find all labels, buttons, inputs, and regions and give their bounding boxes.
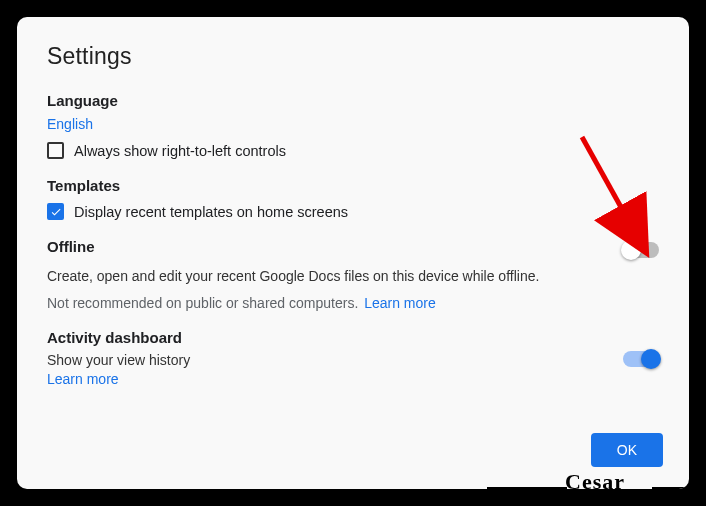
- activity-section: Activity dashboard Show your view histor…: [47, 329, 659, 388]
- offline-desc: Create, open and edit your recent Google…: [47, 267, 659, 287]
- settings-dialog: Settings Language English Always show ri…: [17, 17, 689, 489]
- templates-section: Templates Display recent templates on ho…: [47, 177, 659, 220]
- rtl-checkbox[interactable]: [47, 142, 64, 159]
- dialog-title: Settings: [47, 43, 659, 70]
- offline-warning: Not recommended on public or shared comp…: [47, 295, 358, 311]
- activity-heading: Activity dashboard: [47, 329, 190, 346]
- offline-learn-more-link[interactable]: Learn more: [364, 295, 436, 311]
- activity-toggle[interactable]: [623, 351, 659, 367]
- offline-section: Offline Create, open and edit your recen…: [47, 238, 659, 311]
- offline-heading: Offline: [47, 238, 95, 255]
- language-value-link[interactable]: English: [47, 116, 93, 132]
- toggle-knob: [641, 349, 661, 369]
- offline-warning-row: Not recommended on public or shared comp…: [47, 295, 659, 311]
- rtl-row[interactable]: Always show right-to-left controls: [47, 142, 659, 159]
- activity-desc: Show your view history: [47, 352, 190, 368]
- templates-row[interactable]: Display recent templates on home screens: [47, 203, 659, 220]
- templates-checkbox[interactable]: [47, 203, 64, 220]
- language-section: Language English Always show right-to-le…: [47, 92, 659, 159]
- ok-button[interactable]: OK: [591, 433, 663, 467]
- offline-toggle[interactable]: [623, 242, 659, 258]
- activity-learn-more-link[interactable]: Learn more: [47, 371, 119, 387]
- language-heading: Language: [47, 92, 659, 109]
- templates-heading: Templates: [47, 177, 659, 194]
- rtl-label: Always show right-to-left controls: [74, 143, 286, 159]
- toggle-knob: [621, 240, 641, 260]
- templates-label: Display recent templates on home screens: [74, 204, 348, 220]
